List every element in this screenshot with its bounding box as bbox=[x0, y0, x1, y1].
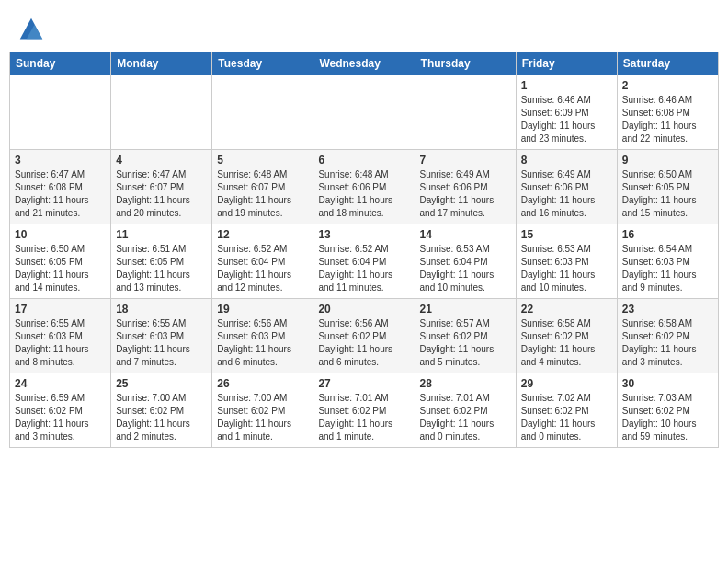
calendar-cell: 14Sunrise: 6:53 AMSunset: 6:04 PMDayligh… bbox=[415, 224, 516, 299]
calendar-cell: 18Sunrise: 6:55 AMSunset: 6:03 PMDayligh… bbox=[111, 299, 212, 373]
day-info: Sunrise: 6:56 AMSunset: 6:02 PMDaylight:… bbox=[318, 317, 409, 369]
day-info: Sunrise: 6:53 AMSunset: 6:04 PMDaylight:… bbox=[420, 243, 511, 294]
day-info: Sunrise: 6:46 AMSunset: 6:09 PMDaylight:… bbox=[521, 94, 612, 145]
calendar-cell: 28Sunrise: 7:01 AMSunset: 6:02 PMDayligh… bbox=[415, 373, 516, 448]
day-number: 9 bbox=[622, 154, 713, 167]
column-header-tuesday: Tuesday bbox=[212, 52, 313, 75]
day-info: Sunrise: 6:51 AMSunset: 6:05 PMDaylight:… bbox=[116, 243, 207, 294]
day-number: 29 bbox=[521, 377, 612, 390]
day-number: 27 bbox=[318, 377, 409, 390]
day-number: 5 bbox=[217, 154, 308, 167]
day-number: 30 bbox=[622, 377, 713, 390]
calendar-cell: 2Sunrise: 6:46 AMSunset: 6:08 PMDaylight… bbox=[617, 75, 718, 150]
day-number: 1 bbox=[521, 79, 612, 92]
day-info: Sunrise: 6:50 AMSunset: 6:05 PMDaylight:… bbox=[622, 168, 713, 220]
day-info: Sunrise: 6:49 AMSunset: 6:06 PMDaylight:… bbox=[521, 168, 612, 220]
day-number: 28 bbox=[420, 377, 511, 390]
calendar-cell: 22Sunrise: 6:58 AMSunset: 6:02 PMDayligh… bbox=[516, 299, 617, 373]
day-info: Sunrise: 6:55 AMSunset: 6:03 PMDaylight:… bbox=[116, 317, 207, 369]
day-number: 20 bbox=[318, 303, 409, 316]
week-row: 17Sunrise: 6:55 AMSunset: 6:03 PMDayligh… bbox=[10, 299, 719, 373]
calendar-cell: 27Sunrise: 7:01 AMSunset: 6:02 PMDayligh… bbox=[313, 373, 415, 448]
day-number: 15 bbox=[521, 228, 612, 241]
calendar-cell: 23Sunrise: 6:58 AMSunset: 6:02 PMDayligh… bbox=[617, 299, 718, 373]
calendar-cell bbox=[212, 75, 313, 150]
calendar-cell: 13Sunrise: 6:52 AMSunset: 6:04 PMDayligh… bbox=[313, 224, 415, 299]
day-number: 25 bbox=[116, 377, 207, 390]
day-info: Sunrise: 6:55 AMSunset: 6:03 PMDaylight:… bbox=[15, 317, 106, 369]
day-number: 23 bbox=[622, 303, 713, 316]
column-header-sunday: Sunday bbox=[10, 52, 111, 75]
day-info: Sunrise: 7:01 AMSunset: 6:02 PMDaylight:… bbox=[420, 392, 511, 443]
week-row: 3Sunrise: 6:47 AMSunset: 6:08 PMDaylight… bbox=[10, 150, 719, 224]
calendar-cell bbox=[111, 75, 212, 150]
calendar-cell: 21Sunrise: 6:57 AMSunset: 6:02 PMDayligh… bbox=[415, 299, 516, 373]
calendar-cell bbox=[313, 75, 415, 150]
calendar-cell: 25Sunrise: 7:00 AMSunset: 6:02 PMDayligh… bbox=[111, 373, 212, 448]
column-header-wednesday: Wednesday bbox=[313, 52, 415, 75]
calendar-table: SundayMondayTuesdayWednesdayThursdayFrid… bbox=[9, 52, 719, 448]
day-info: Sunrise: 6:57 AMSunset: 6:02 PMDaylight:… bbox=[420, 317, 511, 369]
day-info: Sunrise: 6:47 AMSunset: 6:07 PMDaylight:… bbox=[116, 168, 207, 220]
calendar-cell: 30Sunrise: 7:03 AMSunset: 6:02 PMDayligh… bbox=[617, 373, 718, 448]
calendar-cell: 17Sunrise: 6:55 AMSunset: 6:03 PMDayligh… bbox=[10, 299, 111, 373]
day-info: Sunrise: 6:48 AMSunset: 6:06 PMDaylight:… bbox=[318, 168, 409, 220]
day-info: Sunrise: 6:58 AMSunset: 6:02 PMDaylight:… bbox=[521, 317, 612, 369]
calendar-cell: 16Sunrise: 6:54 AMSunset: 6:03 PMDayligh… bbox=[617, 224, 718, 299]
day-info: Sunrise: 6:46 AMSunset: 6:08 PMDaylight:… bbox=[622, 94, 713, 145]
calendar-cell: 20Sunrise: 6:56 AMSunset: 6:02 PMDayligh… bbox=[313, 299, 415, 373]
calendar-cell: 6Sunrise: 6:48 AMSunset: 6:06 PMDaylight… bbox=[313, 150, 415, 224]
day-info: Sunrise: 6:48 AMSunset: 6:07 PMDaylight:… bbox=[217, 168, 308, 220]
calendar-cell: 29Sunrise: 7:02 AMSunset: 6:02 PMDayligh… bbox=[516, 373, 617, 448]
calendar-cell: 9Sunrise: 6:50 AMSunset: 6:05 PMDaylight… bbox=[617, 150, 718, 224]
day-info: Sunrise: 6:47 AMSunset: 6:08 PMDaylight:… bbox=[15, 168, 106, 220]
day-info: Sunrise: 7:00 AMSunset: 6:02 PMDaylight:… bbox=[116, 392, 207, 443]
day-info: Sunrise: 6:49 AMSunset: 6:06 PMDaylight:… bbox=[420, 168, 511, 220]
day-number: 10 bbox=[15, 228, 106, 241]
calendar-cell: 26Sunrise: 7:00 AMSunset: 6:02 PMDayligh… bbox=[212, 373, 313, 448]
day-number: 3 bbox=[15, 154, 106, 167]
calendar-cell: 24Sunrise: 6:59 AMSunset: 6:02 PMDayligh… bbox=[10, 373, 111, 448]
day-number: 26 bbox=[217, 377, 308, 390]
day-number: 18 bbox=[116, 303, 207, 316]
day-info: Sunrise: 7:02 AMSunset: 6:02 PMDaylight:… bbox=[521, 392, 612, 443]
day-number: 22 bbox=[521, 303, 612, 316]
day-info: Sunrise: 7:00 AMSunset: 6:02 PMDaylight:… bbox=[217, 392, 308, 443]
logo bbox=[18, 17, 48, 42]
week-row: 10Sunrise: 6:50 AMSunset: 6:05 PMDayligh… bbox=[10, 224, 719, 299]
day-number: 8 bbox=[521, 154, 612, 167]
column-header-monday: Monday bbox=[111, 52, 212, 75]
day-number: 24 bbox=[15, 377, 106, 390]
calendar-cell: 19Sunrise: 6:56 AMSunset: 6:03 PMDayligh… bbox=[212, 299, 313, 373]
calendar-cell: 5Sunrise: 6:48 AMSunset: 6:07 PMDaylight… bbox=[212, 150, 313, 224]
calendar-cell: 4Sunrise: 6:47 AMSunset: 6:07 PMDaylight… bbox=[111, 150, 212, 224]
day-info: Sunrise: 6:53 AMSunset: 6:03 PMDaylight:… bbox=[521, 243, 612, 294]
calendar-cell bbox=[415, 75, 516, 150]
day-number: 4 bbox=[116, 154, 207, 167]
day-info: Sunrise: 6:50 AMSunset: 6:05 PMDaylight:… bbox=[15, 243, 106, 294]
day-info: Sunrise: 7:03 AMSunset: 6:02 PMDaylight:… bbox=[622, 392, 713, 443]
day-number: 13 bbox=[318, 228, 409, 241]
calendar-cell: 11Sunrise: 6:51 AMSunset: 6:05 PMDayligh… bbox=[111, 224, 212, 299]
day-number: 16 bbox=[622, 228, 713, 241]
logo-icon bbox=[18, 17, 44, 42]
column-header-saturday: Saturday bbox=[617, 52, 718, 75]
page-header bbox=[9, 9, 719, 48]
day-info: Sunrise: 6:58 AMSunset: 6:02 PMDaylight:… bbox=[622, 317, 713, 369]
calendar-cell bbox=[10, 75, 111, 150]
day-number: 21 bbox=[420, 303, 511, 316]
calendar-cell: 15Sunrise: 6:53 AMSunset: 6:03 PMDayligh… bbox=[516, 224, 617, 299]
day-info: Sunrise: 6:56 AMSunset: 6:03 PMDaylight:… bbox=[217, 317, 308, 369]
calendar-cell: 1Sunrise: 6:46 AMSunset: 6:09 PMDaylight… bbox=[516, 75, 617, 150]
day-number: 17 bbox=[15, 303, 106, 316]
week-row: 24Sunrise: 6:59 AMSunset: 6:02 PMDayligh… bbox=[10, 373, 719, 448]
day-info: Sunrise: 7:01 AMSunset: 6:02 PMDaylight:… bbox=[318, 392, 409, 443]
day-info: Sunrise: 6:54 AMSunset: 6:03 PMDaylight:… bbox=[622, 243, 713, 294]
calendar-cell: 8Sunrise: 6:49 AMSunset: 6:06 PMDaylight… bbox=[516, 150, 617, 224]
calendar-cell: 10Sunrise: 6:50 AMSunset: 6:05 PMDayligh… bbox=[10, 224, 111, 299]
day-number: 11 bbox=[116, 228, 207, 241]
calendar-cell: 7Sunrise: 6:49 AMSunset: 6:06 PMDaylight… bbox=[415, 150, 516, 224]
day-number: 2 bbox=[622, 79, 713, 92]
week-row: 1Sunrise: 6:46 AMSunset: 6:09 PMDaylight… bbox=[10, 75, 719, 150]
day-info: Sunrise: 6:59 AMSunset: 6:02 PMDaylight:… bbox=[15, 392, 106, 443]
